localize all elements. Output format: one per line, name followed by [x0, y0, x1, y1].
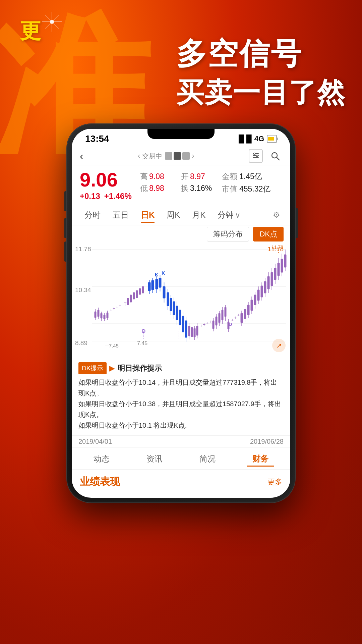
nav-center: ‹ 交易中 ›	[138, 152, 194, 161]
dk-badge: DK提示	[78, 362, 107, 374]
next-arrow[interactable]: ›	[192, 152, 194, 160]
svg-rect-114	[213, 321, 214, 329]
svg-rect-66	[156, 279, 158, 289]
price-left: 9.06 +0.13 +1.46%	[80, 170, 140, 201]
svg-rect-34	[107, 313, 108, 318]
svg-rect-165	[274, 268, 276, 280]
svg-rect-63	[152, 280, 154, 290]
sq2	[174, 152, 181, 160]
svg-text:+: +	[113, 306, 115, 311]
svg-rect-153	[261, 286, 263, 297]
more-icon: ∨	[235, 211, 240, 219]
tab-zixun[interactable]: 资讯	[141, 452, 168, 467]
svg-rect-162	[271, 272, 273, 286]
tagline-line1: 多空信号	[176, 34, 345, 74]
tab-yuek[interactable]: 月K	[186, 207, 212, 223]
svg-rect-72	[163, 286, 165, 298]
low-stat: 低 8.98	[140, 183, 181, 194]
info-text2: 如果明日收盘价小于10.38，并且明日成交量超过1587027.9手，将出现K点…	[78, 398, 284, 420]
sq1	[165, 152, 172, 160]
svg-rect-25	[98, 310, 99, 317]
amount-value: 1.45亿	[239, 171, 262, 182]
tab-rik[interactable]: 日K	[135, 207, 161, 223]
tab-wuri[interactable]: 五日	[107, 207, 135, 223]
start-date: 2019/04/01	[78, 438, 112, 445]
tab-dongtai[interactable]: 动态	[88, 452, 115, 467]
chart-peak: 11.78	[267, 246, 284, 253]
bottom-tabs: 动态 资讯 简况 财务	[72, 447, 290, 469]
more-button[interactable]: 更多	[267, 477, 282, 487]
vol-stat: 换 3.16%	[181, 183, 222, 194]
svg-rect-135	[241, 313, 243, 323]
svg-text:+: +	[116, 304, 118, 310]
svg-rect-98	[188, 326, 190, 336]
battery-icon	[267, 135, 277, 143]
svg-rect-101	[191, 327, 193, 337]
expand-chart-button[interactable]: ↗	[272, 339, 286, 352]
y-label-bot: 8.89	[75, 339, 87, 347]
price-section: 9.06 +0.13 +1.46% 高 9.08 开 8.97	[72, 165, 290, 205]
svg-text:+: +	[209, 319, 212, 324]
svg-point-9	[256, 155, 258, 157]
svg-rect-92	[182, 316, 184, 332]
price-change-pct: +1.46%	[104, 192, 132, 201]
svg-text:+: +	[203, 322, 205, 327]
tab-fenzhong[interactable]: 分钟∨	[212, 207, 246, 223]
tagline-line2: 买卖一目了然	[176, 74, 345, 111]
amount-row: 金额 1.45亿	[222, 171, 282, 182]
tab-jiankuang[interactable]: 简况	[194, 452, 221, 467]
svg-rect-168	[278, 263, 280, 276]
svg-rect-138	[244, 309, 246, 319]
svg-rect-51	[136, 290, 138, 298]
info-text1: 如果明日收盘价小于10.14，并且明日成交量超过777319.8手，将出现K点。	[78, 377, 284, 398]
choumaBtn[interactable]: 筹码分布	[207, 227, 249, 241]
y-label-mid: 10.34	[75, 286, 91, 294]
info-title: 明日操作提示	[118, 362, 162, 374]
tab-fenshi[interactable]: 分时	[78, 207, 107, 223]
svg-text:T: T	[124, 302, 127, 307]
svg-text:7.45: 7.45	[137, 340, 147, 346]
phone-outer: 13:54 ▐▌█ 4G ‹ ‹ 交易中	[67, 124, 295, 502]
tab-caiwu[interactable]: 财务	[247, 452, 274, 467]
svg-text:K: K	[162, 270, 165, 276]
svg-rect-117	[216, 317, 217, 325]
svg-rect-144	[251, 300, 253, 311]
dkBtn[interactable]: DK点	[253, 227, 284, 241]
svg-point-8	[254, 153, 255, 155]
high-label: 高	[140, 171, 148, 182]
search-button[interactable]	[268, 149, 282, 163]
svg-text:+: +	[200, 323, 202, 328]
phone-notch	[147, 129, 215, 139]
vol-value: 3.16%	[190, 184, 212, 193]
phone-screen: 13:54 ▐▌█ 4G ‹ ‹ 交易中	[72, 129, 290, 498]
svg-rect-48	[133, 292, 135, 299]
stock-name: 交易中	[142, 152, 190, 161]
settings-button[interactable]: ⚙	[269, 208, 284, 222]
svg-rect-22	[95, 312, 96, 318]
tab-zhouk[interactable]: 周K	[161, 207, 186, 223]
filter-button[interactable]	[249, 149, 263, 163]
prev-arrow[interactable]: ‹	[138, 152, 140, 160]
price-change: +0.13 +1.46%	[80, 192, 140, 201]
svg-rect-150	[257, 290, 259, 301]
filter-icon	[252, 152, 259, 160]
high-stat: 高 9.08	[140, 171, 181, 182]
svg-rect-129	[228, 322, 229, 329]
svg-rect-123	[222, 310, 223, 320]
open-stat: 开 8.97	[181, 171, 222, 182]
svg-text:+: +	[237, 312, 240, 318]
svg-rect-95	[185, 321, 187, 337]
status-icons: ▐▌█ 4G	[236, 135, 277, 143]
status-time: 13:54	[85, 133, 109, 144]
price-change-abs: +0.13	[80, 192, 100, 201]
svg-rect-156	[264, 281, 266, 293]
search-icon	[270, 151, 280, 161]
stock-squares	[165, 152, 190, 160]
svg-rect-69	[159, 278, 161, 287]
svg-rect-174	[284, 255, 286, 267]
chart-tabs: 分时 五日 日K 周K 月K 分钟∨ ⚙	[72, 205, 290, 225]
sparkle-icon	[40, 10, 64, 34]
svg-rect-171	[281, 259, 283, 272]
svg-rect-7	[253, 157, 259, 158]
back-button[interactable]: ‹	[80, 150, 83, 162]
